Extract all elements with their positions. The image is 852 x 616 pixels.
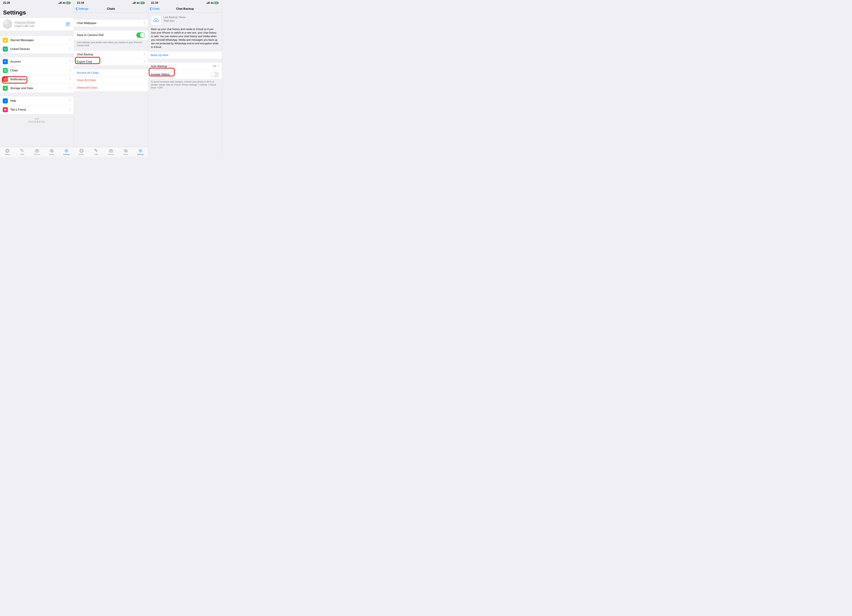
tab-bar: Status Calls Camera Chats Settings [0, 147, 74, 157]
network-label: 4G [62, 2, 66, 4]
network-label: 4G [136, 2, 140, 4]
chevron-icon [69, 38, 71, 42]
notifications-row[interactable]: Notifications [0, 75, 74, 84]
tab-settings[interactable]: Settings [59, 148, 74, 156]
wallpaper-label: Chat Wallpaper [77, 21, 144, 25]
settings-icon [64, 148, 69, 153]
tab-bar: Status Calls Camera Chats Settings [74, 147, 148, 157]
chevron-icon [69, 47, 71, 51]
qr-button[interactable] [65, 21, 71, 27]
battery-icon [215, 2, 219, 4]
data-icon [3, 86, 8, 91]
include-videos-row[interactable]: Include Videos [148, 70, 222, 79]
include-videos-toggle[interactable] [210, 72, 219, 77]
chevron-icon [69, 60, 71, 63]
svg-rect-19 [4, 48, 6, 50]
auto-backup-value: Off [213, 65, 216, 68]
nav-bar: Chats Chat Backup [148, 5, 222, 13]
starred-messages-row[interactable]: Starred Messages [0, 36, 74, 45]
tell-friend-row[interactable]: Tell a Friend [0, 105, 74, 114]
footer-branding: from FACEBOOK [0, 118, 74, 123]
backup-now-row[interactable]: Back Up Now [148, 51, 222, 59]
camera-roll-row[interactable]: Save to Camera Roll [74, 30, 148, 40]
auto-backup-label: Auto Backup [151, 65, 213, 68]
chats-row[interactable]: Chats [0, 66, 74, 75]
camera-roll-toggle[interactable] [136, 32, 145, 38]
camera-icon [109, 148, 113, 153]
whatsapp-icon [3, 68, 8, 73]
camera-roll-note: Automatically save photos and videos you… [74, 40, 148, 47]
status-icon [5, 148, 10, 153]
svg-rect-14 [66, 23, 68, 24]
chats-icon [123, 148, 128, 153]
backup-description: Back up your chat history and media to i… [148, 26, 222, 51]
delete-label: Delete All Chats [77, 86, 145, 89]
include-videos-label: Include Videos [151, 73, 210, 76]
export-chat-row[interactable]: Export Chat [74, 58, 148, 66]
tab-camera[interactable]: Camera [29, 148, 44, 156]
data-charge-note: To avoid excessive data charges, connect… [148, 79, 222, 90]
tab-camera[interactable]: Camera [104, 148, 118, 156]
chat-backup-row[interactable]: Chat Backup [74, 51, 148, 58]
account-row[interactable]: Account [0, 57, 74, 66]
tab-calls[interactable]: Calls [89, 148, 104, 156]
chevron-icon [69, 108, 71, 112]
back-button[interactable]: Settings [75, 7, 88, 11]
signal-icon [59, 2, 62, 4]
tab-calls[interactable]: Calls [15, 148, 30, 156]
page-title: Chats [107, 7, 115, 11]
clear-label: Clear All Chats [77, 79, 145, 82]
svg-rect-15 [68, 23, 69, 24]
heart-icon [3, 107, 8, 112]
tab-status[interactable]: Status [0, 148, 15, 156]
linked-label: Linked Devices [10, 47, 69, 51]
storage-row[interactable]: Storage and Data [0, 84, 74, 93]
notifications-label: Notifications [10, 78, 69, 81]
wallpaper-row[interactable]: Chat Wallpaper [74, 20, 148, 27]
chevron-icon [69, 69, 71, 72]
auto-backup-row[interactable]: Auto Backup Off [148, 62, 222, 70]
settings-icon [138, 148, 143, 153]
export-label: Export Chat [77, 60, 144, 63]
tab-chats[interactable]: Chats [44, 148, 59, 156]
clock: 21:19 [77, 2, 84, 5]
delete-all-row[interactable]: Delete All Chats [74, 84, 148, 92]
archive-label: Archive All Chats [77, 71, 145, 75]
help-label: Help [10, 99, 69, 103]
status-bar: 21:20 4G [0, 0, 74, 5]
page-title: Chat Backup [176, 7, 194, 11]
total-size-value: - [176, 19, 177, 22]
tell-label: Tell a Friend [10, 108, 69, 112]
svg-rect-17 [68, 24, 69, 25]
cloud-icon [151, 15, 161, 25]
svg-rect-18 [69, 25, 69, 26]
tab-status[interactable]: Status [74, 148, 89, 156]
status-bar: 21:19 4G [74, 0, 148, 5]
chats-label: Chats [10, 69, 69, 72]
notification-icon [3, 77, 8, 82]
clear-all-row[interactable]: Clear All Chats [74, 77, 148, 84]
svg-rect-25 [5, 101, 6, 102]
back-button[interactable]: Chats [150, 7, 160, 11]
help-row[interactable]: Help [0, 96, 74, 105]
profile-row[interactable]: Hanson Rowe Urgent calls only [0, 18, 74, 31]
qr-icon [66, 23, 70, 26]
signal-icon [206, 2, 210, 4]
svg-rect-16 [66, 24, 68, 26]
signal-icon [132, 2, 136, 4]
archive-all-row[interactable]: Archive All Chats [74, 69, 148, 77]
total-size-label: Total Size: [163, 19, 176, 22]
chat-backup-screen: 21:19 4G Chats Chat Backup Last Backup: … [148, 0, 222, 157]
linked-devices-row[interactable]: Linked Devices [0, 45, 74, 54]
tab-settings[interactable]: Settings [133, 148, 148, 156]
starred-label: Starred Messages [10, 38, 69, 42]
chevron-icon [144, 60, 145, 63]
svg-point-24 [5, 100, 6, 100]
status-bar: 21:19 4G [148, 0, 222, 5]
tab-chats[interactable]: Chats [118, 148, 133, 156]
chevron-left-icon [150, 7, 152, 11]
avatar [3, 20, 12, 29]
chevron-icon [69, 99, 71, 103]
chevron-icon [218, 65, 219, 68]
camera-roll-label: Save to Camera Roll [77, 33, 136, 37]
